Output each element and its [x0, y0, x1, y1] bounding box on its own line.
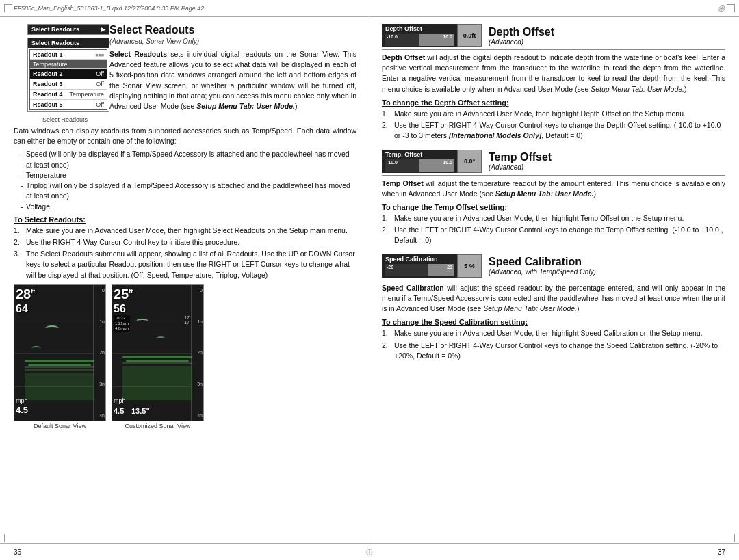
- speed-cal-slider: -20 20: [385, 264, 454, 276]
- customized-sonar-label: Customized Sonar View: [125, 423, 191, 429]
- menu-box-label: Select Readouts: [21, 116, 109, 123]
- to-select-title: To Select Readouts:: [14, 215, 356, 224]
- bullet-triplog: Triplog (will only be displayed if a Tem…: [21, 181, 356, 201]
- menu-item-readout4: Readout 4 Temperature: [30, 90, 107, 100]
- header-bar: FF585c_Man_English_531363-1_B.qxd 12/27/…: [0, 0, 739, 17]
- menu-item-readout5: Readout 5 Off: [30, 100, 107, 109]
- page-num-left: 36: [14, 548, 21, 556]
- temp-offset-control: Temp. Offset -10.0 10.0 0.0°: [382, 150, 482, 173]
- temp-offset-header: Temp. Offset -10.0 10.0 0.0° Temp Offset…: [382, 150, 725, 176]
- corner-mark-br: [727, 534, 735, 542]
- default-sonar-label: Default Sonar View: [34, 423, 86, 429]
- main-content: Select Readouts ▶ Select Readouts Readou…: [0, 17, 739, 543]
- left-section-title: Select Readouts: [109, 24, 356, 36]
- step-1: 1.Make sure you are in Advanced User Mod…: [14, 226, 356, 236]
- footer-bar: 36 ⊕ 37: [0, 543, 739, 560]
- sonar-views: 0 1n 2n 3n 4n: [14, 284, 356, 429]
- step-3: 3.The Select Readouts submenu will appea…: [14, 249, 356, 280]
- depth-offset-slider: -10.0 10.0: [385, 34, 454, 46]
- menu-item-readout2: Readout 2 Off: [30, 69, 107, 79]
- depth-offset-control: Depth Offset -10.0 10.0 0.0ft: [382, 24, 482, 47]
- speed-step-1: 1.Make sure you are in Advanced User Mod…: [382, 328, 725, 338]
- speed-calibration-section: Speed Calibration -20 20 5 % Speed Calib…: [382, 254, 725, 361]
- corner-mark-tr: [727, 4, 735, 12]
- left-body-para2: Data windows can display readouts from s…: [14, 126, 356, 146]
- speed-cal-steps: 1.Make sure you are in Advanced User Mod…: [382, 328, 725, 361]
- menu-arrow-icon: ▶: [101, 26, 105, 33]
- depth-offset-section: Depth Offset -10.0 10.0 0.0ft Depth Offs…: [382, 24, 725, 142]
- temp-offset-slider: -10.0 10.0: [385, 159, 454, 172]
- menu-item-readout1-val: Temperature: [30, 60, 107, 69]
- default-sonar-view: 0 1n 2n 3n 4n: [14, 284, 106, 421]
- speed-cal-label: Speed Calibration -20 20: [382, 254, 457, 278]
- bullet-speed: Speed (will only be displayed if a Temp/…: [21, 149, 356, 170]
- submenu-header: Select Readouts: [28, 38, 109, 48]
- customized-sonar-view-container: 0 1n 2n 3n 4n: [112, 284, 204, 429]
- menu-box-header: Select Readouts ▶: [28, 25, 109, 34]
- temp-offset-steps: 1.Make sure you are in Advanced User Mod…: [382, 213, 725, 246]
- speed-cal-title: Speed Calibration: [489, 256, 596, 268]
- temp-offset-section: Temp. Offset -10.0 10.0 0.0° Temp Offset…: [382, 150, 725, 246]
- depth-offset-steps: 1.Make sure you are in Advanced User Mod…: [382, 109, 725, 142]
- left-section-subtitle: (Advanced, Sonar View Only): [109, 38, 356, 45]
- speed-step-2: 2.Use the LEFT or RIGHT 4-Way Cursor Con…: [382, 341, 725, 361]
- bullet-list: Speed (will only be displayed if a Temp/…: [14, 149, 356, 211]
- temp-offset-subtitle: (Advanced): [489, 163, 552, 171]
- step-2: 2.Use the RIGHT 4-Way Cursor Control key…: [14, 237, 356, 248]
- depth-offset-title: Depth Offset: [489, 26, 554, 38]
- submenu-items: Readout 1 ■■■ Temperature Readout 2: [29, 49, 107, 110]
- menu-header-label: Select Readouts: [31, 26, 79, 33]
- speed-cal-header: Speed Calibration -20 20 5 % Speed Calib…: [382, 254, 725, 280]
- bullet-voltage: Voltage.: [21, 202, 356, 212]
- header-text: FF585c_Man_English_531363-1_B.qxd 12/27/…: [14, 5, 204, 12]
- depth-step-2: 2.Use the LEFT or RIGHT 4-Way Cursor Con…: [382, 120, 725, 141]
- depth-offset-label: Depth Offset -10.0 10.0: [382, 24, 457, 47]
- speed-cal-change-title: To change the Speed Calibration setting:: [382, 318, 725, 326]
- right-column: Depth Offset -10.0 10.0 0.0ft Depth Offs…: [370, 17, 739, 543]
- left-column: Select Readouts ▶ Select Readouts Readou…: [0, 17, 370, 543]
- temp-step-2: 2.Use the LEFT or RIGHT 4-Way Cursor Con…: [382, 225, 725, 245]
- page-num-right: 37: [718, 548, 725, 556]
- depth-offset-subtitle: (Advanced): [489, 38, 554, 46]
- left-body-para1: Select Readouts sets individual digital …: [109, 49, 356, 111]
- to-select-steps: 1.Make sure you are in Advanced User Mod…: [14, 226, 356, 280]
- customized-sonar-view: 0 1n 2n 3n 4n: [112, 284, 204, 421]
- bullet-temperature: Temperature: [21, 170, 356, 181]
- readouts-submenu: Select Readouts Readout 1 ■■■: [27, 38, 109, 112]
- page-container: FF585c_Man_English_531363-1_B.qxd 12/27/…: [0, 0, 739, 560]
- depth-step-1: 1.Make sure you are in Advanced User Mod…: [382, 109, 725, 119]
- header-crosshair: ⊕: [717, 3, 725, 14]
- temp-offset-body: Temp Offset will adjust the temperature …: [382, 178, 725, 199]
- menu-item-readout1: Readout 1 ■■■: [30, 50, 107, 60]
- default-sonar-view-container: 0 1n 2n 3n 4n: [14, 284, 106, 429]
- footer-crosshair: ⊕: [365, 546, 374, 557]
- speed-cal-body: Speed Calibration will adjust the speed …: [382, 283, 725, 315]
- temp-offset-title: Temp Offset: [489, 151, 552, 163]
- depth-offset-body: Depth Offset will adjust the digital dep…: [382, 53, 725, 94]
- depth-offset-header: Depth Offset -10.0 10.0 0.0ft Depth Offs…: [382, 24, 725, 50]
- temp-step-1: 1.Make sure you are in Advanced User Mod…: [382, 213, 725, 224]
- depth-offset-change-title: To change the Depth Offset setting:: [382, 98, 725, 107]
- sonar-display-1: 0 1n 2n 3n 4n: [14, 285, 105, 421]
- submenu-header-label: Select Readouts: [31, 40, 79, 46]
- menu-item-readout3: Readout 3 Off: [30, 79, 107, 90]
- corner-mark-tl: [4, 4, 12, 12]
- corner-mark-bl: [4, 534, 12, 542]
- select-readouts-menu: Select Readouts ▶: [27, 24, 109, 35]
- speed-cal-control: Speed Calibration -20 20 5 %: [382, 254, 482, 278]
- temp-offset-label: Temp. Offset -10.0 10.0: [382, 150, 457, 173]
- speed-cal-subtitle: (Advanced, with Temp/Speed Only): [489, 268, 596, 276]
- sonar-display-2: 0 1n 2n 3n 4n: [112, 285, 203, 421]
- temp-offset-change-title: To change the Temp Offset setting:: [382, 203, 725, 211]
